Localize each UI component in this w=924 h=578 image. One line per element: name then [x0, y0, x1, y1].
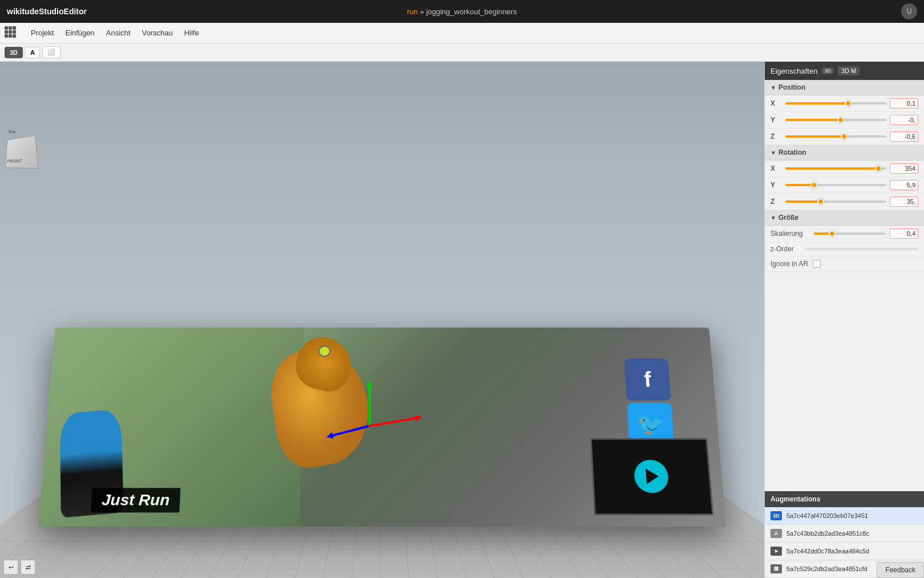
- panel-tab-3d[interactable]: 3D M: [838, 66, 860, 75]
- rot-y-slider[interactable]: [785, 184, 886, 186]
- menu-ansicht[interactable]: Ansicht: [100, 26, 136, 39]
- menu-projekt[interactable]: Projekt: [25, 26, 59, 39]
- section-position[interactable]: ▼ Position: [765, 80, 924, 95]
- skalierung-value[interactable]: 0,4: [890, 228, 918, 239]
- rot-z-track: [785, 200, 821, 203]
- dino-eye: [318, 346, 330, 357]
- ignore-ar-row: Ignore in AR: [765, 256, 924, 272]
- aug-item-1[interactable]: A 5a7c43bb2db2ad3ea4851c8c: [765, 525, 924, 543]
- view-btn-text[interactable]: A: [25, 47, 40, 58]
- menu-hilfe[interactable]: Hilfe: [179, 26, 205, 39]
- aug-item-2[interactable]: ▶ 5a7c442dd0c78a3eaa484c5d: [765, 543, 924, 560]
- panel-badge-3d: 3D: [822, 67, 833, 74]
- rot-z-label: Z: [770, 198, 782, 206]
- aug-badge-3: ⬜: [770, 564, 782, 573]
- axis-y-arrow: [366, 380, 373, 387]
- pos-x-slider[interactable]: [785, 102, 886, 105]
- titlebar: wikitudeStudioEditor run » jogging_worko…: [0, 0, 924, 23]
- aug-id-2: 5a7c442dd0c78a3eaa484c5d: [786, 548, 869, 555]
- section-grosse[interactable]: ▼ Größe: [765, 210, 924, 226]
- pos-y-label: Y: [770, 116, 782, 124]
- spacer: [765, 272, 924, 491]
- zorder-track[interactable]: [805, 248, 918, 250]
- main-area: Just Run f 🐦 Top FRONT: [0, 62, 924, 578]
- skalierung-label: Skalierung: [770, 230, 810, 238]
- section-rotation[interactable]: ▼ Rotation: [765, 145, 924, 160]
- rotation-chevron: ▼: [770, 150, 776, 156]
- rot-y-thumb[interactable]: [810, 182, 817, 188]
- panel-tabs: 3D M: [838, 66, 860, 75]
- brand-prefix: wikitude: [7, 7, 39, 16]
- aug-badge-2: ▶: [770, 547, 782, 556]
- dinosaur: [260, 333, 384, 482]
- breadcrumb: run » jogging_workout_beginners: [407, 7, 517, 16]
- pos-z-thumb[interactable]: [841, 133, 848, 140]
- ignore-ar-checkbox[interactable]: [813, 260, 821, 268]
- aug-item-0[interactable]: 3D 5a7c447af470203eb07e3451: [765, 507, 924, 525]
- axis-x-arrow: [415, 414, 423, 422]
- grosse-label: Größe: [778, 214, 798, 222]
- rot-z-value[interactable]: 35,: [890, 196, 918, 207]
- view-btn-3d[interactable]: 3D: [5, 47, 23, 58]
- pos-x-label: X: [770, 99, 782, 107]
- user-avatar[interactable]: U: [901, 3, 917, 19]
- social-icons: f 🐦: [624, 359, 675, 446]
- pos-z-slider[interactable]: [785, 135, 886, 138]
- rot-x-label: X: [770, 164, 782, 172]
- pos-z-track: [785, 135, 844, 138]
- rot-y-label: Y: [770, 181, 782, 189]
- grid-menu-icon[interactable]: [5, 26, 18, 40]
- rot-y-value[interactable]: 5,9: [890, 180, 918, 190]
- menu-einfugen[interactable]: Einfügen: [59, 26, 100, 39]
- cube-gizmo[interactable]: Top FRONT: [5, 136, 39, 176]
- position-z-row: Z -0,6: [765, 129, 924, 145]
- rot-z-slider[interactable]: [785, 200, 886, 203]
- bottom-tools: ↩ ⇄: [3, 560, 35, 575]
- pos-x-thumb[interactable]: [845, 100, 852, 107]
- axis-y: [369, 385, 371, 428]
- aug-badge-1: A: [770, 529, 782, 538]
- pos-x-value[interactable]: 0,1: [890, 98, 918, 109]
- rotation-y-row: Y 5,9: [765, 177, 924, 194]
- aug-badge-0: 3D: [770, 511, 782, 520]
- pos-y-value[interactable]: -0,: [890, 115, 918, 125]
- cube-inner: FRONT: [5, 135, 39, 168]
- tool-btn-2[interactable]: ⇄: [21, 560, 35, 575]
- breadcrumb-separator: »: [420, 7, 424, 16]
- facebook-icon: f: [624, 359, 671, 401]
- breadcrumb-link[interactable]: run: [407, 7, 418, 16]
- rot-x-value[interactable]: 354: [890, 163, 918, 174]
- ignore-ar-label: Ignore in AR: [770, 260, 808, 268]
- rotation-z-row: Z 35,: [765, 194, 924, 210]
- feedback-button[interactable]: Feedback: [877, 562, 924, 578]
- cube-top-label: Top: [8, 129, 15, 134]
- user-initial: U: [907, 7, 912, 15]
- play-triangle-icon: [645, 468, 659, 484]
- breadcrumb-title: jogging_workout_beginners: [426, 7, 517, 16]
- skalierung-thumb[interactable]: [829, 230, 836, 237]
- rot-z-thumb[interactable]: [817, 198, 824, 205]
- skalierung-slider[interactable]: [814, 232, 886, 235]
- brand: wikitudeStudioEditor: [7, 7, 87, 16]
- aug-id-1: 5a7c43bb2db2ad3ea4851c8c: [786, 530, 869, 537]
- tool-btn-1[interactable]: ↩: [3, 560, 18, 575]
- brand-suffix: StudioEditor: [39, 7, 87, 16]
- rot-x-slider[interactable]: [785, 167, 886, 170]
- scene-objects: Just Run f 🐦: [38, 328, 726, 527]
- panel-title: Eigenschaften: [770, 67, 817, 75]
- menu-vorschau[interactable]: Vorschau: [136, 26, 178, 39]
- zorder-row: z-Order: [765, 242, 924, 256]
- pos-z-value[interactable]: -0,6: [890, 131, 918, 142]
- pos-z-label: Z: [770, 133, 782, 141]
- rot-x-thumb[interactable]: [875, 165, 882, 172]
- position-y-row: Y -0,: [765, 112, 924, 129]
- play-button[interactable]: [634, 460, 669, 493]
- rot-y-track: [785, 184, 814, 186]
- position-chevron: ▼: [770, 85, 776, 91]
- pos-y-slider[interactable]: [785, 119, 886, 121]
- pos-y-thumb[interactable]: [837, 117, 844, 123]
- right-panel: Eigenschaften 3D 3D M ▼ Position X 0,1 Y: [764, 62, 924, 578]
- view-btn-image[interactable]: ⬜: [42, 46, 60, 58]
- viewport[interactable]: Just Run f 🐦 Top FRONT: [0, 62, 764, 578]
- video-thumbnail[interactable]: [590, 438, 713, 515]
